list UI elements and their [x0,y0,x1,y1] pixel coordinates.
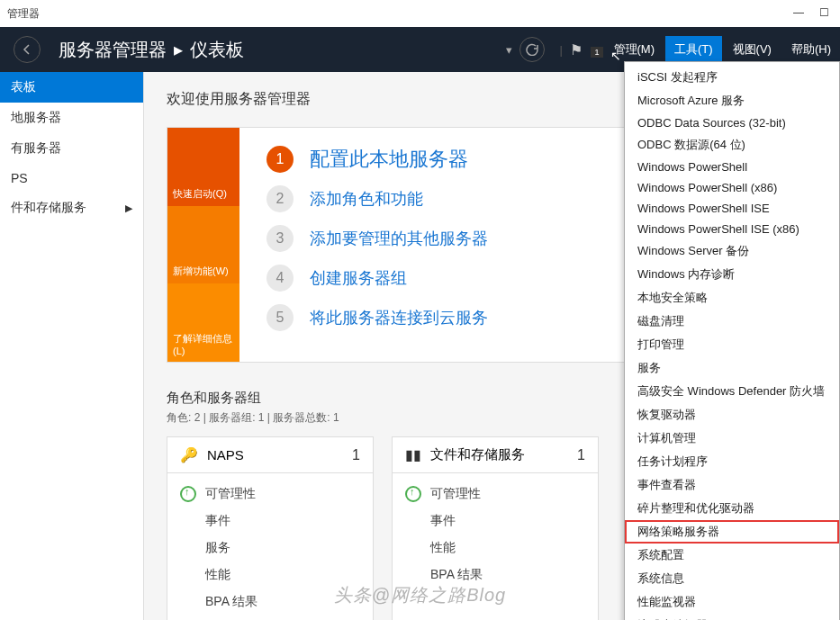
sidebar-item-all-servers[interactable]: 有服务器 [0,133,143,164]
whats-new-tile[interactable]: 新增功能(W) [167,206,239,284]
storage-icon: ▮▮ [405,446,421,463]
group-row[interactable]: 可管理性 [180,481,360,508]
sidebar-item-label: PS [11,171,28,185]
status-up-icon [180,486,196,502]
refresh-button[interactable] [519,37,545,62]
quick-start-tile[interactable]: 快速启动(Q) [167,128,239,206]
tools-item[interactable]: Microsoft Azure 服务 [625,89,839,112]
minimize-button[interactable]: — [790,4,808,22]
group-body: 可管理性 事件 性能 BPA 结果 [393,473,598,596]
quick-tiles: 快速启动(Q) 新增功能(W) 了解详细信息(L) [167,128,239,362]
tools-item[interactable]: 恢复驱动器 [625,403,839,427]
tools-item[interactable]: Windows PowerShell (x86) [625,177,839,198]
status-up-icon [405,486,421,502]
titlebar: 管理器 — ☐ [0,0,840,27]
app-title: 服务器管理器 [59,38,167,62]
step-link[interactable]: 创建服务器组 [310,267,407,289]
row-label: BPA 结果 [205,594,257,610]
tile-label: 新增功能(W) [173,265,229,278]
window-title: 管理器 [7,6,40,22]
dropdown-icon[interactable]: ▾ [506,43,512,57]
step-number: 1 [266,146,294,173]
tools-item[interactable]: Windows PowerShell ISE (x86) [625,219,839,239]
tools-item[interactable]: 任务计划程序 [625,450,839,473]
separator: | [559,43,562,57]
help-menu[interactable]: 帮助(H) [782,36,840,63]
row-label: 性能 [430,540,456,556]
back-button[interactable] [14,36,41,63]
header-menu: ▾ | ⚑ ↖ 1 管理(M) 工具(T) 视图(V) 帮助(H) [506,36,840,63]
group-row[interactable]: BPA 结果 [180,589,360,616]
tools-item[interactable]: Windows 内存诊断 [625,263,839,286]
manage-menu[interactable]: 管理(M) [605,36,664,63]
group-body: 可管理性 事件 服务 性能 BPA 结果 [167,473,373,620]
group-header: 🔑 NAPS 1 [167,437,373,473]
row-label: 性能 [205,567,230,583]
row-label: BPA 结果 [430,567,483,583]
group-tile-naps[interactable]: 🔑 NAPS 1 可管理性 事件 服务 性能 BPA 结果 [167,436,374,620]
chevron-right-icon: ▶ [125,202,132,214]
tools-item[interactable]: 注册表编辑器 [625,614,839,620]
tools-item-nps[interactable]: 网络策略服务器 [625,520,839,544]
tools-item[interactable]: 系统信息 [625,567,839,590]
maximize-button[interactable]: ☐ [815,4,833,22]
tools-item[interactable]: ODBC Data Sources (32-bit) [625,112,839,133]
tools-item[interactable]: 本地安全策略 [625,286,839,310]
sidebar-item-label: 件和存储服务 [11,200,86,216]
sidebar-item-local-server[interactable]: 地服务器 [0,103,143,133]
sidebar: 表板 地服务器 有服务器 PS 件和存储服务▶ [0,72,144,620]
tile-label: 了解详细信息(L) [173,332,234,356]
group-row[interactable]: 服务 [180,535,360,562]
step-link[interactable]: 添加角色和功能 [310,188,423,210]
group-title: NAPS [207,447,244,463]
page-title: 仪表板 [190,38,244,62]
group-row[interactable]: 性能 [180,562,360,589]
group-count: 1 [352,447,360,463]
tools-item[interactable]: Windows PowerShell [625,157,839,177]
step-number: 5 [266,304,294,331]
step-link[interactable]: 将此服务器连接到云服务 [310,307,488,328]
learn-more-tile[interactable]: 了解详细信息(L) [167,283,239,362]
sidebar-item-ps[interactable]: PS [0,164,143,193]
notif-count: 1 [591,47,602,58]
group-header: ▮▮ 文件和存储服务 1 [393,437,598,473]
tools-item[interactable]: 性能监视器 [625,590,839,614]
step-number: 3 [266,225,294,252]
tools-item[interactable]: 高级安全 Windows Defender 防火墙 [625,380,839,403]
group-count: 1 [577,447,585,463]
group-row[interactable]: 事件 [405,508,585,535]
tools-item[interactable]: ODBC 数据源(64 位) [625,133,839,157]
group-row[interactable]: 可管理性 [405,481,585,508]
sidebar-item-label: 地服务器 [11,110,61,126]
tools-menu-button[interactable]: 工具(T) [665,36,722,63]
window-controls: — ☐ [790,4,833,22]
tools-item[interactable]: 打印管理 [625,333,839,356]
tools-item[interactable]: 计算机管理 [625,427,839,450]
sidebar-item-label: 有服务器 [11,140,61,157]
tools-item[interactable]: Windows PowerShell ISE [625,198,839,219]
refresh-icon [526,43,538,56]
row-label: 事件 [205,513,230,529]
tools-item[interactable]: Windows Server 备份 [625,239,839,263]
row-label: 可管理性 [430,486,481,502]
sidebar-item-dashboard[interactable]: 表板 [0,72,143,103]
notifications[interactable]: ⚑ ↖ 1 [570,41,603,58]
group-row[interactable]: 性能 [405,535,585,562]
view-menu[interactable]: 视图(V) [724,36,781,63]
group-tile-storage[interactable]: ▮▮ 文件和存储服务 1 可管理性 事件 性能 BPA 结果 [392,436,599,620]
tools-dropdown-menu: iSCSI 发起程序 Microsoft Azure 服务 ODBC Data … [624,61,840,620]
step-number: 4 [266,265,294,292]
step-link[interactable]: 配置此本地服务器 [310,146,468,173]
group-row[interactable]: BPA 结果 [405,562,585,589]
tools-item[interactable]: 磁盘清理 [625,310,839,333]
tools-item[interactable]: 事件查看器 [625,473,839,497]
tile-label: 快速启动(Q) [173,187,227,201]
tools-item[interactable]: 碎片整理和优化驱动器 [625,497,839,520]
breadcrumb-separator: ▸ [174,39,183,60]
tools-item[interactable]: 系统配置 [625,544,839,567]
tools-item[interactable]: 服务 [625,356,839,380]
sidebar-item-storage[interactable]: 件和存储服务▶ [0,193,143,223]
group-row[interactable]: 事件 [180,508,360,535]
step-link[interactable]: 添加要管理的其他服务器 [310,228,488,249]
tools-item[interactable]: iSCSI 发起程序 [625,66,839,89]
